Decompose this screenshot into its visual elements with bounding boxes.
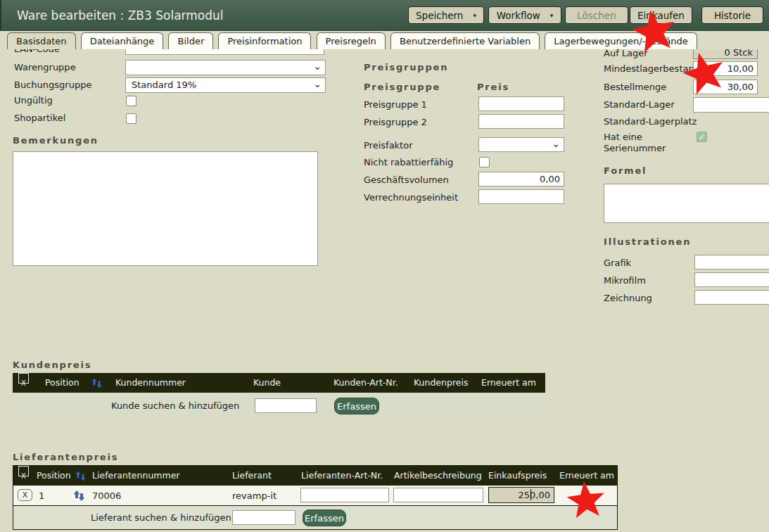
geschaeftsvolumen-input[interactable] bbox=[478, 172, 564, 186]
sort-arrows-icon[interactable] bbox=[75, 471, 86, 481]
delete-row-button[interactable]: X bbox=[18, 489, 32, 501]
col-lieferanten-art-nr[interactable]: Lieferanten-Art-Nr. bbox=[301, 466, 383, 486]
tab-basisdaten[interactable]: Basisdaten bbox=[7, 32, 76, 49]
workflow-label: Workflow bbox=[497, 10, 540, 21]
col-artikelbeschreibung[interactable]: Artikelbeschreibung bbox=[394, 466, 482, 486]
chevron-down-icon[interactable]: ▾ bbox=[550, 12, 554, 19]
annotation-star-einkaufen bbox=[627, 5, 682, 61]
speichern-label: Speichern bbox=[416, 10, 463, 21]
buchungsgruppe-label: Buchungsgruppe bbox=[14, 80, 91, 90]
zeichnung-input[interactable] bbox=[694, 290, 769, 305]
preisfaktor-select[interactable]: ⌄ bbox=[478, 137, 564, 152]
col-position[interactable]: Position bbox=[45, 373, 80, 393]
lieferant-erfassen-button[interactable]: Erfassen bbox=[303, 509, 346, 526]
tab-bilder[interactable]: Bilder bbox=[168, 32, 213, 49]
warengruppe-select[interactable]: ⌄ bbox=[125, 60, 326, 75]
bestellmenge-label: Bestellmenge bbox=[604, 82, 666, 92]
ungueltig-checkbox[interactable] bbox=[126, 96, 136, 106]
col-lieferantennummer[interactable]: Lieferantennummer bbox=[92, 466, 179, 486]
verrechnungseinheit-input[interactable] bbox=[478, 189, 564, 204]
annotation-star-einkaufspreis bbox=[563, 478, 609, 524]
delete-column-icon: X bbox=[18, 373, 29, 384]
preisgruppe2-label: Preisgruppe 2 bbox=[364, 117, 427, 127]
grafik-label: Grafik bbox=[604, 258, 631, 268]
tab-preisregeln[interactable]: Preisregeln bbox=[317, 32, 386, 49]
lieferantenpreis-row: X 1 70006 revamp-it bbox=[13, 486, 617, 506]
lieferantenpreis-add-row: Lieferant suchen & hinzufügen Erfassen bbox=[13, 506, 617, 529]
col-kunden-art-nr[interactable]: Kunden-Art-Nr. bbox=[333, 373, 398, 393]
illustrationen-heading: Illustrationen bbox=[604, 236, 691, 247]
lieferantenpreis-table: X Position Lieferantennummer Lieferant L… bbox=[13, 465, 618, 530]
buchungsgruppe-select[interactable]: Standard 19% ⌄ bbox=[125, 77, 326, 93]
col-kundenpreis[interactable]: Kundenpreis bbox=[414, 373, 468, 393]
kunde-erfassen-button[interactable]: Erfassen bbox=[334, 398, 379, 414]
preis-col-heading: Preis bbox=[477, 82, 509, 92]
mikrofilm-input[interactable] bbox=[694, 272, 769, 287]
ean-code-input[interactable] bbox=[125, 49, 324, 55]
chevron-down-icon: ⌄ bbox=[552, 138, 560, 149]
historie-label: Historie bbox=[714, 10, 751, 21]
lieferantenpreis-table-header: X Position Lieferantennummer Lieferant L… bbox=[13, 466, 617, 486]
row-art-nr-input[interactable] bbox=[300, 488, 389, 502]
col-kundennummer[interactable]: Kundennummer bbox=[115, 373, 186, 393]
chevron-down-icon: ⌄ bbox=[313, 61, 322, 72]
tab-benutzerdefinierte-variablen[interactable]: Benutzerdefinierte Variablen bbox=[390, 32, 540, 49]
buchungsgruppe-value: Standard 19% bbox=[132, 80, 196, 90]
nicht-rabattierfaehig-label: Nicht rabattierfähig bbox=[364, 157, 453, 167]
kundenpreis-table-header: X Position Kundennummer Kunde Kunden-Art… bbox=[13, 373, 545, 393]
col-erneuert-am[interactable]: Erneuert am bbox=[481, 373, 536, 393]
chevron-down-icon[interactable]: ▾ bbox=[473, 12, 476, 19]
col-kunde[interactable]: Kunde bbox=[253, 373, 281, 393]
lieferant-suchen-input[interactable] bbox=[232, 510, 295, 525]
col-einkaufspreis[interactable]: Einkaufspreis bbox=[488, 466, 547, 486]
preisgruppe2-input[interactable] bbox=[478, 114, 564, 129]
tab-dateianhaenge[interactable]: Dateianhänge bbox=[81, 32, 164, 49]
bemerkungen-heading: Bemerkungen bbox=[13, 135, 98, 146]
preisgruppe1-input[interactable] bbox=[478, 96, 564, 111]
row-lieferant: revamp-it bbox=[232, 490, 277, 501]
kunde-suchen-input[interactable] bbox=[255, 398, 317, 413]
formel-heading: Formel bbox=[604, 165, 647, 176]
seriennummer-checkbox[interactable] bbox=[697, 132, 707, 142]
lieferant-suchen-label: Lieferant suchen & hinzufügen bbox=[91, 512, 226, 523]
kundenpreis-add-row: Kunde suchen & hinzufügen Erfassen bbox=[13, 393, 545, 419]
row-artikelbeschreibung-input[interactable] bbox=[393, 488, 483, 502]
preisgruppe-col-heading: Preisgruppe bbox=[364, 82, 440, 92]
ean-code-label: EAN-Code bbox=[14, 49, 60, 54]
shopartikel-checkbox[interactable] bbox=[126, 113, 136, 124]
erfassen-label: Erfassen bbox=[305, 513, 344, 524]
loeschen-label: Löschen bbox=[577, 10, 616, 21]
row-einkaufspreis-input[interactable] bbox=[488, 487, 554, 503]
col-position[interactable]: Position bbox=[37, 466, 71, 486]
nicht-rabattierfaehig-checkbox[interactable] bbox=[479, 157, 490, 167]
tab-preisinformation[interactable]: Preisinformation bbox=[218, 32, 311, 49]
formel-textarea[interactable] bbox=[604, 184, 769, 223]
speichern-button[interactable]: Speichern ▾ bbox=[408, 6, 484, 24]
standard-lager-input[interactable] bbox=[693, 97, 769, 113]
geschaeftsvolumen-label: Geschäftsvolumen bbox=[364, 175, 449, 185]
sort-arrows-icon[interactable] bbox=[91, 378, 102, 388]
chevron-down-icon: ⌄ bbox=[313, 78, 322, 89]
bemerkungen-textarea[interactable] bbox=[13, 151, 318, 266]
text-cursor bbox=[530, 489, 531, 500]
row-einkaufspreis-field bbox=[488, 487, 554, 503]
grafik-input[interactable] bbox=[694, 255, 769, 270]
row-position: 1 bbox=[39, 490, 44, 501]
lieferantenpreis-heading: Lieferantenpreis bbox=[13, 452, 118, 462]
warengruppe-label: Warengruppe bbox=[14, 62, 76, 72]
workflow-button[interactable]: Workflow ▾ bbox=[488, 6, 561, 24]
row-lieferantennummer: 70006 bbox=[92, 490, 121, 501]
historie-button[interactable]: Historie bbox=[701, 6, 763, 24]
zeichnung-label: Zeichnung bbox=[604, 293, 652, 303]
sort-arrows-icon[interactable] bbox=[74, 490, 84, 501]
standard-lager-label: Standard-Lager bbox=[604, 99, 675, 110]
loeschen-button[interactable]: Löschen bbox=[565, 6, 628, 24]
mikrofilm-label: Mikrofilm bbox=[604, 275, 646, 286]
erfassen-label: Erfassen bbox=[337, 401, 376, 412]
preisfaktor-label: Preisfaktor bbox=[364, 140, 413, 151]
col-lieferant[interactable]: Lieferant bbox=[232, 466, 272, 486]
tab-bar: Basisdaten Dateianhänge Bilder Preisinfo… bbox=[7, 32, 699, 49]
kunde-suchen-label: Kunde suchen & hinzufügen bbox=[111, 400, 238, 411]
seriennummer-label: Hat eine Serienummer bbox=[604, 132, 666, 154]
page-title: Ware bearbeiten : ZB3 Solarmodul bbox=[17, 8, 223, 23]
